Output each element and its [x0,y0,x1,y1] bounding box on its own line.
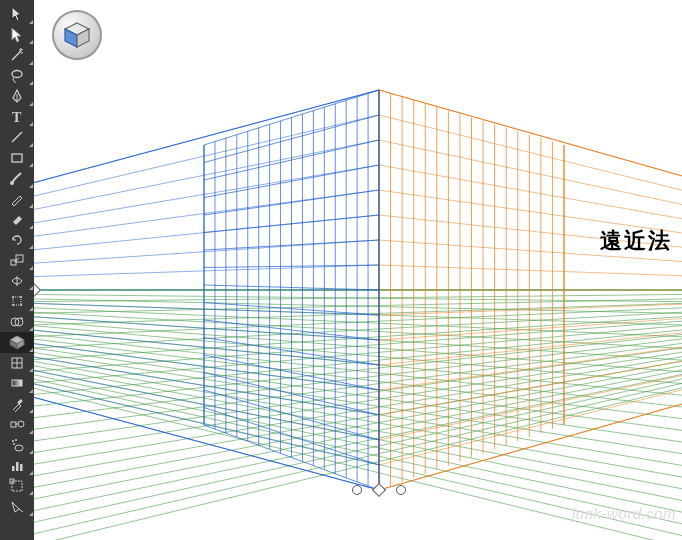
svg-line-166 [379,290,682,415]
svg-point-28 [15,439,17,441]
tool-panel: T [0,0,34,540]
svg-line-80 [34,290,682,540]
direct-selection-tool[interactable] [0,25,34,46]
selection-tool[interactable] [0,4,34,25]
svg-line-124 [34,215,379,290]
svg-line-120 [34,115,379,290]
svg-line-68 [34,290,682,486]
svg-point-24 [18,421,24,427]
perspective-grid-tool[interactable] [0,332,34,353]
type-tool[interactable]: T [0,107,34,128]
svg-point-27 [12,440,14,442]
svg-rect-31 [16,462,19,471]
svg-line-45 [34,290,682,339]
gradient-tool[interactable] [0,373,34,394]
svg-line-160 [379,265,682,290]
svg-line-125 [34,240,379,290]
svg-point-26 [15,445,23,451]
svg-line-155 [379,140,682,290]
pencil-tool[interactable] [0,189,34,210]
svg-line-64 [34,290,682,462]
line-segment-tool[interactable] [0,127,34,148]
svg-line-46 [34,290,682,351]
svg-line-154 [379,115,682,290]
svg-line-76 [34,290,682,535]
grid-anchor[interactable] [352,485,362,495]
eraser-tool[interactable] [0,209,34,230]
svg-line-117 [34,90,379,290]
svg-line-59 [34,290,682,425]
svg-line-170 [379,90,682,290]
svg-rect-4 [12,154,22,162]
svg-line-44 [34,290,682,339]
svg-point-14 [12,304,14,306]
svg-line-126 [34,265,379,290]
svg-line-153 [379,90,682,290]
artboard-tool[interactable] [0,476,34,497]
paintbrush-tool[interactable] [0,168,34,189]
svg-rect-21 [12,380,22,386]
symbol-sprayer-tool[interactable] [0,435,34,456]
svg-rect-22 [17,399,23,405]
svg-rect-30 [12,466,15,471]
slice-tool[interactable] [0,496,34,517]
svg-point-13 [20,296,22,298]
svg-line-6 [12,204,14,206]
watermark: junk-word.com [572,505,676,522]
shape-builder-tool[interactable] [0,312,34,333]
svg-line-41 [34,290,682,315]
svg-point-15 [20,304,22,306]
svg-line-35 [19,509,23,512]
svg-point-29 [13,443,15,445]
svg-line-119 [34,90,379,290]
svg-point-0 [12,70,22,77]
free-transform-tool[interactable] [0,291,34,312]
perspective-grid [34,0,682,540]
svg-line-69 [34,290,682,486]
svg-line-79 [34,290,682,540]
svg-line-77 [34,290,682,535]
rotate-tool[interactable] [0,230,34,251]
svg-line-3 [12,132,22,142]
annotation-label: 遠近法 [600,226,672,256]
lasso-tool[interactable] [0,66,34,87]
rectangle-tool[interactable] [0,148,34,169]
width-tool[interactable] [0,271,34,292]
svg-rect-32 [20,464,23,471]
grid-anchor[interactable] [396,485,406,495]
svg-line-65 [34,290,682,462]
scale-tool[interactable] [0,250,34,271]
magic-wand-tool[interactable] [0,45,34,66]
svg-line-81 [34,290,682,540]
svg-point-12 [12,296,14,298]
svg-line-58 [34,290,682,425]
svg-line-78 [34,290,682,540]
blend-tool[interactable] [0,414,34,435]
column-graph-tool[interactable] [0,455,34,476]
pen-tool[interactable] [0,86,34,107]
perspective-plane-widget[interactable] [52,10,102,60]
canvas: 遠近法 junk-word.com [34,0,682,540]
svg-point-5 [10,181,14,185]
svg-text:T: T [12,110,22,125]
eyedropper-tool[interactable] [0,394,34,415]
mesh-tool[interactable] [0,353,34,374]
svg-rect-11 [13,297,21,305]
svg-line-47 [34,290,682,351]
svg-rect-8 [16,255,23,262]
